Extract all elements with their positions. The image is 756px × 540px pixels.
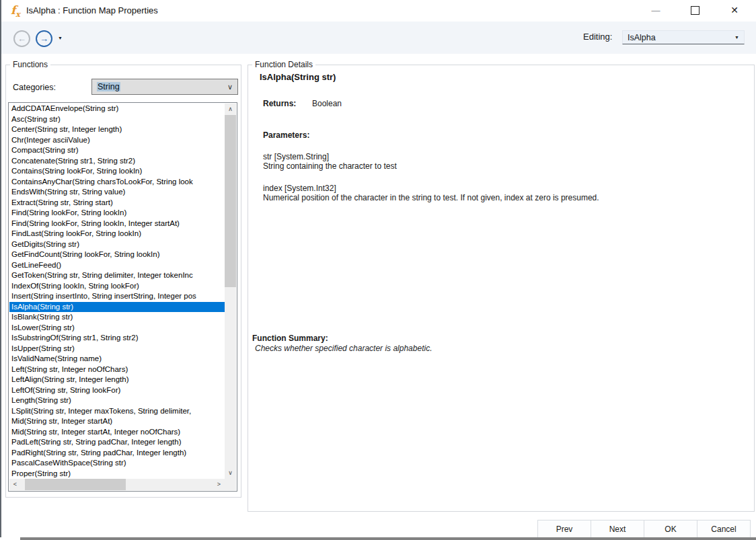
maximize-icon bbox=[691, 6, 700, 15]
list-item[interactable]: EndsWith(String str, String value) bbox=[9, 187, 225, 198]
list-item[interactable]: IsSubstringOf(String str1, String str2) bbox=[9, 333, 225, 344]
parameter-name: index [System.Int32] bbox=[263, 184, 734, 193]
function-listbox: AddCDATAEnvelope(String str)Asc(String s… bbox=[8, 102, 237, 492]
categories-combobox[interactable]: String ∨ bbox=[91, 79, 238, 95]
list-item[interactable]: PadLeft(String str, String padChar, Inte… bbox=[9, 437, 225, 448]
returns-value: Boolean bbox=[312, 99, 342, 108]
parameters-list: str [System.String]String containing the… bbox=[263, 152, 734, 215]
ok-button[interactable]: OK bbox=[644, 520, 697, 538]
list-item[interactable]: LeftOf(String str, String lookFor) bbox=[9, 385, 225, 396]
returns-label: Returns: bbox=[263, 99, 312, 108]
list-item[interactable]: Concatenate(String str1, String str2) bbox=[9, 156, 225, 167]
parameter-block: str [System.String]String containing the… bbox=[263, 152, 734, 171]
back-arrow-icon: ← bbox=[17, 34, 26, 43]
fx-function-icon: fx bbox=[11, 3, 20, 19]
list-item[interactable]: GetDigits(String str) bbox=[9, 239, 225, 250]
parameter-description: Numerical position of the character in t… bbox=[263, 193, 734, 202]
list-item[interactable]: Compact(String str) bbox=[9, 145, 225, 156]
functions-panel-title: Functions bbox=[10, 60, 50, 69]
list-item[interactable]: Center(String str, Integer length) bbox=[9, 124, 225, 135]
horizontal-scrollbar-thumb[interactable] bbox=[25, 479, 126, 490]
scroll-left-icon[interactable]: < bbox=[9, 479, 21, 490]
list-item[interactable]: ContainsAnyChar(String charsToLookFor, S… bbox=[9, 177, 225, 188]
function-details-title: Function Details bbox=[252, 60, 315, 69]
cancel-button[interactable]: Cancel bbox=[697, 520, 751, 538]
list-item[interactable]: Mid(String str, Integer startAt) bbox=[9, 416, 225, 427]
forward-history-dropdown[interactable]: ▼ bbox=[58, 36, 63, 40]
navigation-toolbar: ← → ▼ Editing: IsAlpha ▼ bbox=[1, 22, 756, 54]
function-summary-label: Function Summary: bbox=[252, 334, 328, 343]
functions-panel: Functions Categories: String ∨ AddCDATAE… bbox=[5, 65, 241, 498]
titlebar: fx IsAlpha : Function Map Properties — ✕ bbox=[1, 0, 756, 22]
list-item[interactable]: PadRight(String str, String padChar, Int… bbox=[9, 448, 225, 459]
footer-buttons: PrevNextOKCancel bbox=[538, 520, 751, 538]
editing-combobox[interactable]: IsAlpha ▼ bbox=[622, 30, 745, 44]
list-item[interactable]: Insert(String insertInto, String insertS… bbox=[9, 291, 225, 302]
minimize-button[interactable]: — bbox=[640, 0, 671, 20]
list-item[interactable]: Left(String str, Integer noOfChars) bbox=[9, 364, 225, 375]
horizontal-scrollbar[interactable]: < > bbox=[9, 479, 225, 490]
list-item[interactable]: GetFindCount(String lookFor, String look… bbox=[9, 249, 225, 260]
list-item[interactable]: Proper(String str) bbox=[9, 469, 225, 479]
forward-arrow-icon: → bbox=[40, 34, 48, 43]
minimize-icon: — bbox=[652, 5, 660, 15]
next-button[interactable]: Next bbox=[591, 520, 644, 538]
list-item[interactable]: Mid(String str, Integer startAt, Integer… bbox=[9, 427, 225, 438]
list-item[interactable]: Find(String lookFor, String lookIn, Inte… bbox=[9, 219, 225, 229]
chevron-down-icon: ▼ bbox=[734, 35, 739, 40]
parameters-label: Parameters: bbox=[263, 130, 309, 140]
back-button[interactable]: ← bbox=[13, 30, 30, 47]
function-summary-text: Checks whether specified character is al… bbox=[255, 344, 432, 353]
list-item[interactable]: Chr(Integer asciiValue) bbox=[9, 135, 225, 146]
editing-label: Editing: bbox=[583, 32, 612, 42]
scroll-right-icon[interactable]: > bbox=[213, 479, 225, 490]
editing-value: IsAlpha bbox=[628, 33, 656, 42]
scroll-down-icon[interactable]: ∨ bbox=[225, 467, 236, 479]
list-item[interactable]: Asc(String str) bbox=[9, 114, 225, 125]
function-list-items: AddCDATAEnvelope(String str)Asc(String s… bbox=[9, 104, 225, 479]
maximize-button[interactable] bbox=[679, 0, 710, 20]
list-item[interactable]: IsBlank(String str) bbox=[9, 312, 225, 323]
close-button[interactable]: ✕ bbox=[719, 0, 750, 20]
list-item[interactable]: FindLast(String lookFor, String lookIn) bbox=[9, 229, 225, 239]
list-item[interactable]: GetToken(String str, String delimiter, I… bbox=[9, 270, 225, 281]
list-item[interactable]: Contains(String lookFor, String lookIn) bbox=[9, 166, 225, 177]
parameter-description: String containing the character to test bbox=[263, 161, 734, 171]
list-item[interactable]: LSplit(String str, Integer maxTokens, St… bbox=[9, 406, 225, 417]
window-bottom-edge bbox=[20, 537, 756, 540]
categories-label: Categories: bbox=[13, 83, 56, 92]
window-title: IsAlpha : Function Map Properties bbox=[26, 5, 158, 15]
list-item[interactable]: IsAlpha(String str) bbox=[9, 302, 225, 313]
list-item[interactable]: IsValidName(String name) bbox=[9, 354, 225, 364]
parameter-name: str [System.String] bbox=[263, 152, 734, 161]
list-item[interactable]: IsUpper(String str) bbox=[9, 344, 225, 354]
list-item[interactable]: PascalCaseWithSpace(String str) bbox=[9, 458, 225, 469]
list-item[interactable]: IndexOf(String lookIn, String lookFor) bbox=[9, 281, 225, 292]
close-icon: ✕ bbox=[730, 5, 739, 15]
list-item[interactable]: Length(String str) bbox=[9, 395, 225, 406]
parameter-block: index [System.Int32]Numerical position o… bbox=[263, 184, 734, 202]
categories-value: String bbox=[97, 82, 120, 91]
window-left-edge bbox=[0, 0, 1, 537]
prev-button[interactable]: Prev bbox=[537, 520, 591, 538]
list-item[interactable]: IsLower(String str) bbox=[9, 323, 225, 334]
function-signature: IsAlpha(String str) bbox=[260, 72, 336, 82]
chevron-down-icon: ∨ bbox=[227, 83, 233, 91]
scrollbar-corner bbox=[225, 479, 236, 490]
forward-button[interactable]: → bbox=[36, 30, 52, 47]
list-item[interactable]: GetLineFeed() bbox=[9, 260, 225, 271]
vertical-scrollbar-thumb[interactable] bbox=[225, 115, 236, 287]
function-details-panel: Function Details IsAlpha(String str) Ret… bbox=[248, 65, 755, 512]
list-item[interactable]: Extract(String str, String start) bbox=[9, 198, 225, 208]
list-item[interactable]: AddCDATAEnvelope(String str) bbox=[9, 104, 225, 114]
scroll-up-icon[interactable]: ∧ bbox=[225, 104, 236, 115]
returns-row: Returns: Boolean bbox=[263, 99, 342, 108]
vertical-scrollbar[interactable]: ∧ ∨ bbox=[225, 104, 236, 479]
list-item[interactable]: Find(String lookFor, String lookIn) bbox=[9, 208, 225, 219]
list-item[interactable]: LeftAlign(String str, Integer length) bbox=[9, 375, 225, 385]
